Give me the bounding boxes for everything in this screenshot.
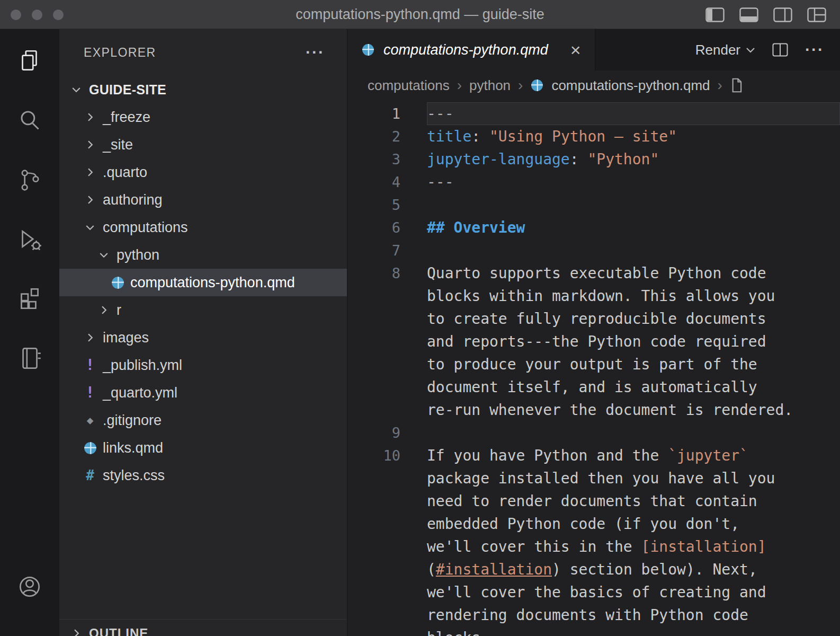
line-content[interactable]: ## Overview <box>427 216 840 239</box>
toggle-secondary-sidebar-icon[interactable] <box>773 7 792 22</box>
tree-item-label: _publish.yml <box>103 357 182 374</box>
yaml-file-icon: ! <box>81 358 100 373</box>
breadcrumb-separator: › <box>518 77 523 94</box>
chevron-down-icon <box>81 221 100 234</box>
tree-folder-images[interactable]: images <box>59 324 347 351</box>
tree-item-label: links.qmd <box>103 440 163 456</box>
quarto-file-icon <box>530 78 544 92</box>
breadcrumb-item[interactable]: computations <box>368 77 450 94</box>
render-label: Render <box>695 42 740 58</box>
customize-layout-icon[interactable] <box>807 7 826 22</box>
titlebar: computations-python.qmd — guide-site <box>0 0 840 29</box>
tree-folder-authoring[interactable]: authoring <box>59 186 347 214</box>
line-number: 4 <box>347 171 400 193</box>
outline-section[interactable]: OUTLINE <box>59 619 347 636</box>
line-content[interactable]: Quarto supports executable Python code b… <box>427 262 840 421</box>
chevron-down-icon <box>94 249 113 261</box>
editor-area: computations-python.qmd × Render ··· com… <box>347 29 840 636</box>
tab-computations-python[interactable]: computations-python.qmd × <box>347 29 595 70</box>
line-number: 5 <box>347 193 400 216</box>
line-content[interactable] <box>427 193 840 216</box>
chevron-right-icon <box>81 331 100 344</box>
breadcrumb-item[interactable]: python <box>469 77 511 94</box>
toggle-panel-icon[interactable] <box>739 7 758 22</box>
explorer-more-actions-icon[interactable]: ··· <box>306 45 325 60</box>
code-line: 8Quarto supports executable Python code … <box>347 262 840 421</box>
titlebar-actions <box>705 0 826 29</box>
code-line: 7 <box>347 239 840 262</box>
code-line: 2title: "Using Python — site" <box>347 125 840 148</box>
yaml-file-icon: ! <box>81 385 100 400</box>
tree-file-_quarto.yml[interactable]: !_quarto.yml <box>59 379 347 407</box>
line-content[interactable]: --- <box>427 102 840 125</box>
file-outline-icon <box>730 77 744 93</box>
line-content[interactable] <box>427 421 840 444</box>
tree-item-label: styles.css <box>103 467 165 484</box>
line-number: 10 <box>347 444 400 636</box>
line-number: 3 <box>347 148 400 171</box>
chevron-right-icon <box>81 166 100 179</box>
line-content[interactable] <box>427 239 840 262</box>
tree-file-_publish.yml[interactable]: !_publish.yml <box>59 351 347 379</box>
breadcrumb-separator: › <box>457 77 462 94</box>
explorer-icon[interactable] <box>15 47 44 76</box>
account-icon[interactable] <box>15 572 44 601</box>
toggle-primary-sidebar-icon[interactable] <box>705 7 725 22</box>
line-content[interactable]: If you have Python and the `jupyter` pac… <box>427 444 840 636</box>
code-line: 4--- <box>347 171 840 193</box>
tree-folder-python[interactable]: python <box>59 241 347 269</box>
tree-file-links.qmd[interactable]: links.qmd <box>59 434 347 462</box>
tree-item-label: r <box>117 302 121 319</box>
tree-folder-computations[interactable]: computations <box>59 214 347 241</box>
close-tab-icon[interactable]: × <box>570 41 581 59</box>
line-number: 2 <box>347 125 400 148</box>
search-icon[interactable] <box>15 107 44 135</box>
editor-actions: Render ··· <box>695 29 840 70</box>
breadcrumb-separator: › <box>718 77 722 94</box>
vscode-window: computations-python.qmd — guide-site <box>0 0 840 636</box>
tree-item-label: .gitignore <box>103 412 162 429</box>
render-button[interactable]: Render <box>695 42 755 58</box>
tree-folder-_site[interactable]: _site <box>59 131 347 158</box>
chevron-right-icon <box>94 304 113 316</box>
code-line: 5 <box>347 193 840 216</box>
code-line: 10If you have Python and the `jupyter` p… <box>347 444 840 636</box>
tree-folder-.quarto[interactable]: .quarto <box>59 158 347 186</box>
tree-item-label: computations-python.qmd <box>130 275 295 291</box>
git-file-icon: ◆ <box>81 415 100 426</box>
code-line: 6## Overview <box>347 216 840 239</box>
tree-file-styles.css[interactable]: #styles.css <box>59 462 347 489</box>
outline-label: OUTLINE <box>89 626 148 636</box>
line-number: 1 <box>347 102 400 125</box>
line-content[interactable]: jupyter-language: "Python" <box>427 148 840 171</box>
tree-file-computations-python.qmd[interactable]: computations-python.qmd <box>59 269 347 296</box>
line-content[interactable]: --- <box>427 171 840 193</box>
code-line: 3jupyter-language: "Python" <box>347 148 840 171</box>
file-tree: GUIDE-SITE_freeze_site.quartoauthoringco… <box>59 76 347 489</box>
tree-item-label: GUIDE-SITE <box>89 82 166 98</box>
tree-item-label: _quarto.yml <box>103 385 177 401</box>
breadcrumb-item[interactable]: computations-python.qmd <box>551 77 710 94</box>
source-control-icon[interactable] <box>15 166 44 195</box>
chevron-right-icon <box>67 627 86 636</box>
run-and-debug-icon[interactable] <box>15 225 44 254</box>
code-editor[interactable]: 1---2title: "Using Python — site"3jupyte… <box>347 100 840 636</box>
line-number: 8 <box>347 262 400 421</box>
code-line: 1--- <box>347 102 840 125</box>
tree-folder-GUIDE-SITE[interactable]: GUIDE-SITE <box>59 76 347 103</box>
extensions-icon[interactable] <box>15 285 44 313</box>
tree-file-.gitignore[interactable]: ◆.gitignore <box>59 407 347 434</box>
quarto-file-icon <box>81 441 100 455</box>
explorer-title: EXPLORER <box>84 46 156 60</box>
tab-label: computations-python.qmd <box>383 42 548 58</box>
breadcrumbs: computations›python›computations-python.… <box>347 70 840 100</box>
tree-item-label: computations <box>103 219 188 236</box>
tree-folder-_freeze[interactable]: _freeze <box>59 103 347 131</box>
editor-more-actions-icon[interactable]: ··· <box>805 42 824 58</box>
split-editor-icon[interactable] <box>772 43 788 57</box>
chevron-down-icon <box>746 47 755 53</box>
line-content[interactable]: title: "Using Python — site" <box>427 125 840 148</box>
notebook-icon[interactable] <box>15 344 44 373</box>
tree-item-label: _site <box>103 137 133 153</box>
tree-folder-r[interactable]: r <box>59 296 347 324</box>
